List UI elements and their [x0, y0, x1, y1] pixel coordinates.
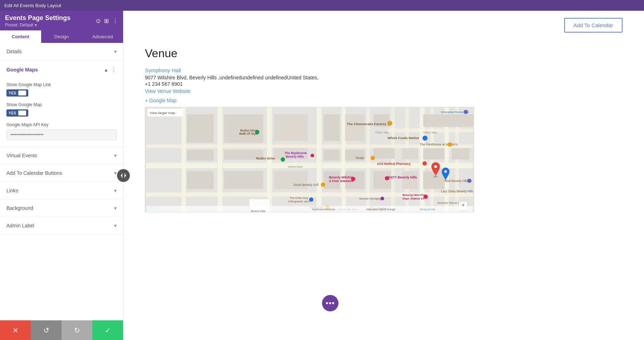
tab-content[interactable]: Content — [0, 30, 41, 43]
section-details-arrow: ▾ — [114, 49, 117, 54]
svg-rect-48 — [423, 171, 445, 189]
section-virtual-events-arrow: ▾ — [114, 153, 117, 158]
svg-point-68 — [371, 156, 375, 160]
section-links-header[interactable]: Links ▾ — [0, 182, 123, 199]
show-map-link-toggle[interactable]: YES — [6, 89, 28, 97]
tab-advanced[interactable]: Advanced — [82, 30, 123, 43]
svg-point-71 — [434, 176, 438, 178]
section-google-maps-header[interactable]: Google Maps ▴ ⋮ — [0, 60, 123, 79]
svg-text:Terms of Use: Terms of Use — [420, 208, 435, 211]
svg-point-66 — [281, 157, 285, 162]
svg-text:Beverly Hills: Beverly Hills — [286, 155, 304, 158]
sidebar-preset[interactable]: Preset: Default ▾ — [5, 23, 70, 28]
header-icon-target[interactable]: ⊙ — [96, 18, 101, 24]
svg-rect-31 — [423, 114, 474, 127]
tab-design[interactable]: Design — [41, 30, 82, 43]
save-button[interactable]: ✓ — [92, 320, 123, 340]
section-links: Links ▾ — [0, 182, 123, 199]
svg-rect-29 — [345, 114, 365, 141]
section-admin-label: Admin Label ▾ — [0, 217, 123, 235]
svg-point-91 — [309, 197, 313, 202]
google-maps-content: Show Google Map Link YES Show Google Map — [0, 79, 123, 147]
header-icon-layout[interactable]: ⊞ — [104, 18, 109, 24]
api-key-label: Google Maps API Key — [6, 122, 117, 127]
svg-rect-42 — [224, 171, 263, 189]
add-to-calendar-button[interactable]: Add To Calendar — [564, 18, 623, 33]
svg-text:View larger map: View larger map — [150, 111, 175, 115]
api-key-input[interactable] — [6, 129, 117, 140]
section-google-maps-arrow: ▴ — [105, 67, 107, 73]
svg-rect-47 — [402, 171, 418, 189]
svg-rect-27 — [274, 114, 308, 141]
svg-point-61 — [255, 130, 259, 134]
svg-text:Beverly Hills Fire: Beverly Hills Fire — [402, 193, 426, 197]
svg-text:ACE Medical Pharmacy: ACE Medical Pharmacy — [377, 162, 411, 166]
add-to-calendar-area: Add To Calendar — [145, 11, 623, 40]
section-google-maps-menu[interactable]: ⋮ — [111, 66, 117, 73]
svg-rect-41 — [187, 171, 213, 189]
venue-website-link[interactable]: View Venue Website — [145, 88, 623, 94]
venue-address: 9077 Wilshire Blvd, Beverly Hills ,undef… — [145, 75, 623, 80]
svg-point-74 — [444, 170, 447, 173]
section-background: Background ▾ — [0, 199, 123, 217]
toggle-thumb-map — [18, 110, 26, 115]
svg-point-79 — [385, 176, 389, 181]
svg-text:A Four Seasons: A Four Seasons — [329, 179, 353, 183]
svg-rect-40 — [452, 148, 469, 159]
svg-point-84 — [424, 194, 428, 199]
show-map-label: Show Google Map — [6, 102, 117, 107]
venue-name-link[interactable]: Symphony Hall — [145, 67, 623, 73]
svg-text:Map data ©2023 Google: Map data ©2023 Google — [366, 208, 395, 211]
venue-phone: +1 234 567 8901 — [145, 81, 623, 87]
svg-point-113 — [464, 110, 468, 114]
venue-section: Venue Symphony Hall 9077 Wilshire Blvd, … — [145, 40, 623, 220]
svg-text:Spago: Spago — [356, 156, 365, 159]
resize-handle[interactable] — [117, 169, 130, 182]
svg-point-64 — [311, 154, 314, 157]
svg-point-70 — [423, 161, 427, 166]
svg-point-72 — [434, 165, 437, 168]
toggle-thumb-map-link — [18, 90, 26, 95]
section-links-arrow: ▾ — [114, 188, 117, 193]
sidebar-tabs: Content Design Advanced — [0, 30, 123, 43]
svg-text:Clifton Way: Clifton Way — [423, 131, 437, 134]
svg-text:The Penthouse at Mastro's: The Penthouse at Mastro's — [420, 143, 458, 146]
sidebar: Events Page Settings Preset: Default ▾ ⊙… — [0, 11, 123, 340]
svg-rect-39 — [423, 148, 445, 159]
svg-rect-32 — [187, 150, 213, 161]
section-admin-label-title: Admin Label — [6, 223, 34, 228]
svg-marker-2 — [121, 174, 122, 177]
svg-point-81 — [467, 179, 472, 183]
svg-point-56 — [423, 135, 428, 141]
show-map-value: YES — [9, 111, 16, 115]
google-map-link[interactable]: + Google Map — [145, 98, 623, 103]
show-map-toggle[interactable]: YES — [6, 109, 28, 117]
svg-rect-25 — [187, 114, 213, 143]
section-add-to-calendar-header[interactable]: Add To Calendar Buttons ▾ — [0, 164, 123, 182]
section-admin-label-header[interactable]: Admin Label ▾ — [0, 217, 123, 234]
section-background-header[interactable]: Background ▾ — [0, 199, 123, 217]
show-map-link-label: Show Google Map Link — [6, 82, 117, 87]
fab-icon: ••• — [326, 299, 335, 308]
svg-text:Chiropractic and...: Chiropractic and... — [288, 200, 311, 203]
svg-text:SIXTY Beverly Hills: SIXTY Beverly Hills — [388, 176, 417, 179]
undo-button[interactable]: ↺ — [31, 320, 62, 340]
section-add-to-calendar: Add To Calendar Buttons ▾ — [0, 164, 123, 182]
cancel-button[interactable]: ✕ — [0, 320, 31, 340]
svg-point-58 — [448, 142, 452, 147]
fab-button[interactable]: ••• — [322, 295, 338, 311]
svg-text:Whole Foods Market: Whole Foods Market — [388, 136, 419, 140]
svg-text:The Maybourne: The Maybourne — [284, 151, 307, 155]
svg-text:Clifton Way: Clifton Way — [375, 131, 389, 134]
header-icon-more[interactable]: ⋮ — [112, 18, 118, 24]
section-details-header[interactable]: Details ▾ — [0, 43, 123, 60]
redo-button[interactable]: ↻ — [62, 320, 92, 340]
section-background-arrow: ▾ — [114, 205, 117, 211]
svg-text:Wilshire Blvd: Wilshire Blvd — [288, 166, 302, 168]
section-details-title: Details — [6, 49, 22, 54]
svg-text:Beverly Vista: Beverly Vista — [251, 210, 265, 212]
svg-rect-37 — [374, 148, 395, 159]
section-add-to-calendar-arrow: ▾ — [114, 170, 117, 176]
section-virtual-events-header[interactable]: Virtual Events ▾ — [0, 147, 123, 164]
section-background-title: Background — [6, 205, 33, 211]
